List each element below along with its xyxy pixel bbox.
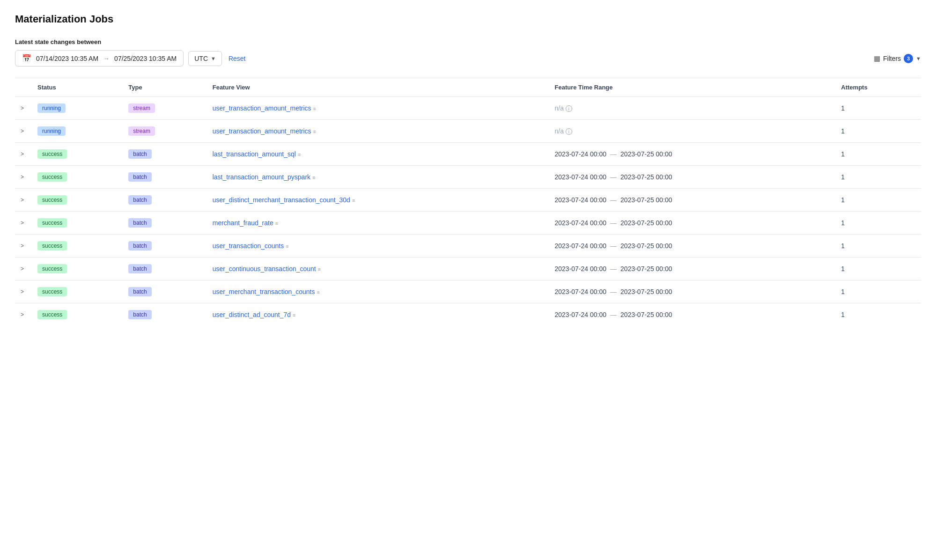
status-cell: success: [34, 303, 125, 326]
jobs-table: Status Type Feature View Feature Time Ra…: [15, 78, 921, 326]
expand-cell: >: [15, 212, 34, 235]
status-badge: success: [37, 218, 67, 228]
chevron-down-icon: ▼: [211, 56, 216, 61]
filter-inline-icon: ≡: [317, 289, 319, 295]
feature-view-link[interactable]: user_distinct_merchant_transaction_count…: [213, 196, 350, 204]
feature-view-link[interactable]: user_continuous_transaction_count: [213, 265, 316, 273]
date-range-box[interactable]: 📅 07/14/2023 10:35 AM → 07/25/2023 10:35…: [15, 50, 184, 66]
page-title: Materialization Jobs: [15, 13, 921, 25]
feature-view-link[interactable]: user_merchant_transaction_counts: [213, 288, 315, 295]
chevron-right-icon: >: [21, 311, 24, 318]
status-badge: success: [37, 172, 67, 182]
expand-cell: >: [15, 166, 34, 189]
expand-button[interactable]: >: [19, 242, 26, 250]
time-range-end: 2023-07-25 00:00: [620, 150, 672, 158]
feature-view-link[interactable]: user_distinct_ad_count_7d: [213, 311, 291, 318]
type-badge: stream: [128, 126, 155, 136]
expand-button[interactable]: >: [19, 196, 26, 204]
type-badge: batch: [128, 287, 151, 296]
time-range-dash: —: [610, 311, 617, 318]
chevron-right-icon: >: [21, 197, 24, 203]
filter-inline-icon: ≡: [275, 221, 278, 226]
type-badge: batch: [128, 218, 151, 228]
expand-button[interactable]: >: [19, 173, 26, 181]
main-container: Materialization Jobs Latest state change…: [0, 0, 936, 339]
feature-view-cell: user_continuous_transaction_count ≡: [209, 258, 551, 280]
time-range-dash: —: [610, 219, 617, 227]
filter-inline-icon: ≡: [286, 243, 288, 249]
time-range-end: 2023-07-25 00:00: [620, 242, 672, 250]
feature-view-cell: user_distinct_ad_count_7d ≡: [209, 303, 551, 326]
expand-cell: >: [15, 97, 34, 120]
feature-view-link[interactable]: last_transaction_amount_sql: [213, 150, 296, 158]
time-range: 2023-07-24 00:00—2023-07-25 00:00: [555, 196, 830, 204]
table-container: Status Type Feature View Feature Time Ra…: [15, 78, 921, 326]
feature-view-cell: merchant_fraud_rate ≡: [209, 212, 551, 235]
expand-button[interactable]: >: [19, 310, 26, 319]
time-range-dash: —: [610, 242, 617, 250]
calendar-icon: 📅: [22, 54, 31, 63]
feature-time-range-cell: 2023-07-24 00:00—2023-07-25 00:00: [551, 235, 838, 258]
feature-time-range-cell: n/ai: [551, 120, 838, 143]
filter-inline-icon: ≡: [318, 266, 321, 272]
col-feature-time-range: Feature Time Range: [551, 78, 838, 97]
time-range-dash: —: [610, 265, 617, 273]
filter-inline-icon: ≡: [313, 106, 316, 111]
time-range: 2023-07-24 00:00—2023-07-25 00:00: [555, 265, 830, 273]
expand-cell: >: [15, 120, 34, 143]
feature-time-range-cell: 2023-07-24 00:00—2023-07-25 00:00: [551, 166, 838, 189]
type-cell: batch: [125, 143, 208, 166]
filter-inline-icon: ≡: [293, 312, 295, 318]
expand-button[interactable]: >: [19, 150, 26, 158]
na-text: n/a: [555, 104, 564, 112]
expand-button[interactable]: >: [19, 287, 26, 296]
feature-view-link[interactable]: merchant_fraud_rate: [213, 219, 273, 227]
time-range-start: 2023-07-24 00:00: [555, 311, 607, 318]
table-row: >runningstreamuser_transaction_amount_me…: [15, 97, 921, 120]
filters-count-badge: 3: [904, 54, 913, 63]
filter-section: Latest state changes between 📅 07/14/202…: [15, 38, 921, 66]
type-cell: batch: [125, 235, 208, 258]
type-cell: batch: [125, 189, 208, 212]
attempts-cell: 1: [837, 280, 921, 303]
feature-time-range-cell: 2023-07-24 00:00—2023-07-25 00:00: [551, 189, 838, 212]
filter-inline-icon: ≡: [352, 198, 355, 203]
status-cell: success: [34, 235, 125, 258]
expand-cell: >: [15, 143, 34, 166]
feature-time-range-cell: 2023-07-24 00:00—2023-07-25 00:00: [551, 212, 838, 235]
feature-time-range-cell: 2023-07-24 00:00—2023-07-25 00:00: [551, 280, 838, 303]
filter-label: Latest state changes between: [15, 38, 921, 45]
type-cell: batch: [125, 280, 208, 303]
feature-view-link[interactable]: last_transaction_amount_pyspark: [213, 173, 310, 181]
feature-view-link[interactable]: user_transaction_counts: [213, 242, 284, 250]
expand-button[interactable]: >: [19, 127, 26, 135]
feature-view-link[interactable]: user_transaction_amount_metrics: [213, 127, 311, 135]
feature-view-cell: last_transaction_amount_pyspark ≡: [209, 166, 551, 189]
filter-inline-icon: ≡: [313, 129, 316, 134]
chevron-right-icon: >: [21, 220, 24, 226]
status-cell: success: [34, 143, 125, 166]
expand-button[interactable]: >: [19, 104, 26, 112]
time-range: 2023-07-24 00:00—2023-07-25 00:00: [555, 311, 830, 318]
feature-view-cell: last_transaction_amount_sql ≡: [209, 143, 551, 166]
attempts-cell: 1: [837, 166, 921, 189]
feature-time-range-cell: 2023-07-24 00:00—2023-07-25 00:00: [551, 143, 838, 166]
feature-view-cell: user_transaction_counts ≡: [209, 235, 551, 258]
reset-button[interactable]: Reset: [227, 55, 248, 62]
attempts-cell: 1: [837, 258, 921, 280]
expand-button[interactable]: >: [19, 265, 26, 273]
status-badge: success: [37, 195, 67, 205]
time-range-end: 2023-07-25 00:00: [620, 265, 672, 273]
attempts-cell: 1: [837, 143, 921, 166]
type-badge: batch: [128, 241, 151, 251]
table-row: >successbatchmerchant_fraud_rate ≡2023-0…: [15, 212, 921, 235]
timezone-select[interactable]: UTC ▼: [188, 51, 222, 66]
filter-row: 📅 07/14/2023 10:35 AM → 07/25/2023 10:35…: [15, 50, 921, 66]
time-range-end: 2023-07-25 00:00: [620, 196, 672, 204]
expand-cell: >: [15, 258, 34, 280]
expand-button[interactable]: >: [19, 219, 26, 227]
filters-button[interactable]: ▦ Filters 3 ▼: [874, 54, 921, 63]
feature-view-link[interactable]: user_transaction_amount_metrics: [213, 104, 311, 112]
filters-label: Filters: [883, 55, 901, 62]
status-badge: running: [37, 126, 66, 136]
